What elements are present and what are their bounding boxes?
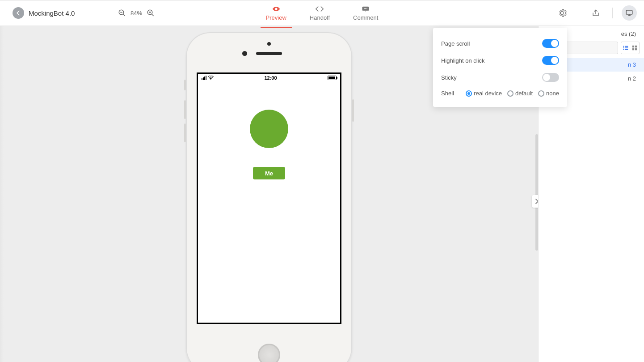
mute-switch — [184, 80, 186, 90]
setting-label: Highlight on click — [441, 57, 485, 64]
left-edge-shadow — [0, 26, 4, 362]
eye-icon — [272, 5, 281, 13]
signal-icon — [202, 76, 206, 80]
mode-tabs: Preview Handoff Comment — [264, 0, 380, 26]
highlight-toggle[interactable] — [542, 56, 559, 65]
svg-point-17 — [623, 47, 624, 48]
setting-label: Shell — [441, 90, 454, 97]
comment-icon — [362, 5, 370, 13]
svg-point-11 — [366, 8, 367, 9]
grid-view-button[interactable] — [630, 42, 639, 54]
svg-rect-22 — [635, 46, 637, 47]
svg-point-9 — [364, 8, 365, 9]
device-frame: 12:00 Me — [186, 32, 352, 362]
page-scroll-toggle[interactable] — [542, 39, 559, 48]
monitor-icon — [625, 9, 633, 17]
zoom-percent: 84% — [130, 10, 142, 17]
top-bar: MockingBot 4.0 84% Preview Handoff Comm — [0, 0, 644, 26]
back-button[interactable] — [13, 7, 24, 19]
front-camera — [242, 51, 247, 56]
chevron-left-icon — [15, 10, 21, 16]
zoom-controls: 84% — [117, 8, 156, 18]
list-view-button[interactable] — [621, 42, 630, 54]
volume-up — [184, 100, 186, 119]
svg-rect-18 — [625, 47, 628, 48]
sticky-toggle[interactable] — [542, 73, 559, 82]
proximity-sensor — [267, 42, 271, 46]
shell-default-radio[interactable]: default — [507, 90, 533, 97]
zoom-in-button[interactable] — [146, 8, 156, 18]
divider — [579, 8, 579, 18]
radio-icon — [507, 90, 514, 97]
radio-icon — [466, 90, 472, 97]
tab-preview[interactable]: Preview — [264, 3, 288, 24]
share-icon — [592, 9, 600, 17]
svg-line-4 — [152, 14, 154, 16]
device-screen[interactable]: 12:00 Me — [197, 72, 341, 324]
zoom-out-button[interactable] — [117, 8, 127, 18]
svg-rect-21 — [632, 46, 634, 47]
svg-point-15 — [623, 46, 624, 47]
gear-icon — [558, 9, 567, 17]
present-button[interactable] — [622, 5, 637, 21]
home-button[interactable] — [258, 344, 280, 362]
wifi-icon — [208, 76, 214, 80]
shell-radio-group: real device default none — [466, 90, 559, 97]
svg-rect-24 — [635, 48, 637, 50]
setting-label: Page scroll — [441, 40, 470, 47]
svg-line-1 — [123, 14, 125, 16]
share-button[interactable] — [588, 5, 603, 21]
settings-button[interactable] — [555, 5, 570, 21]
radio-icon — [538, 90, 544, 97]
shell-real-device-radio[interactable]: real device — [466, 90, 502, 97]
tab-comment[interactable]: Comment — [351, 3, 380, 24]
toolbar-right — [555, 5, 637, 21]
code-icon — [315, 5, 324, 13]
battery-icon — [328, 76, 337, 80]
status-time: 12:00 — [264, 75, 277, 81]
power-button — [352, 99, 354, 122]
svg-point-10 — [365, 8, 366, 9]
list-icon — [623, 45, 629, 51]
svg-rect-12 — [626, 10, 632, 14]
earpiece — [256, 52, 282, 55]
tab-label: Preview — [266, 14, 286, 21]
svg-point-19 — [623, 49, 624, 50]
tab-label: Handoff — [310, 14, 330, 21]
zoom-out-icon — [118, 9, 126, 17]
settings-popover: Page scroll Highlight on click Sticky Sh… — [433, 28, 567, 107]
me-button[interactable]: Me — [253, 167, 285, 179]
svg-rect-16 — [625, 46, 628, 47]
grid-icon — [631, 45, 638, 51]
view-toggle — [621, 42, 640, 54]
status-bar: 12:00 — [198, 74, 340, 82]
shell-none-radio[interactable]: none — [538, 90, 559, 97]
phone-body: 12:00 Me — [186, 32, 352, 362]
setting-label: Sticky — [441, 74, 457, 81]
app-title: MockingBot 4.0 — [29, 9, 75, 17]
tab-label: Comment — [353, 14, 378, 21]
svg-point-7 — [275, 8, 277, 10]
volume-down — [184, 124, 186, 142]
tab-handoff[interactable]: Handoff — [308, 3, 332, 24]
screen-content[interactable]: Me — [198, 82, 340, 323]
avatar-circle[interactable] — [250, 110, 288, 148]
zoom-in-icon — [147, 9, 155, 17]
svg-rect-23 — [632, 48, 634, 50]
svg-rect-20 — [625, 49, 628, 50]
divider — [612, 8, 613, 18]
